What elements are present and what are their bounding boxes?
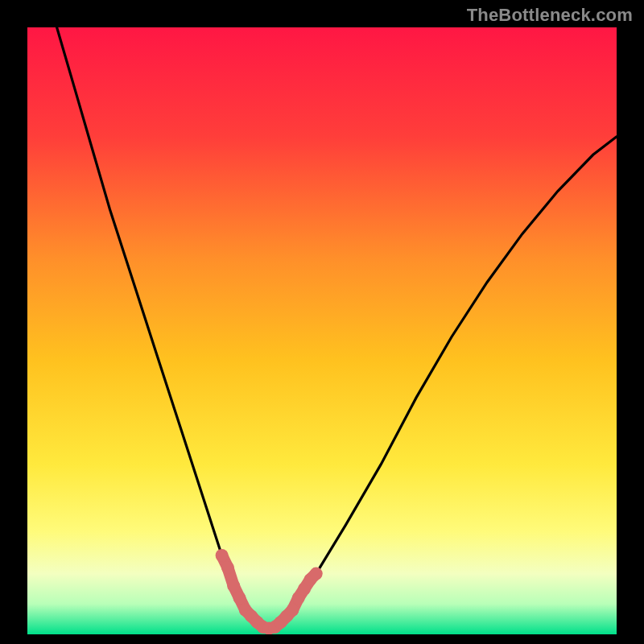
- svg-point-1: [221, 561, 234, 574]
- svg-point-3: [233, 592, 246, 605]
- chart-container: { "watermark": "TheBottleneck.com", "col…: [0, 0, 644, 644]
- frame-right: [617, 0, 644, 644]
- svg-point-16: [310, 568, 323, 580]
- chart-svg: [0, 0, 644, 644]
- svg-point-12: [286, 604, 299, 617]
- frame-left: [0, 0, 27, 644]
- svg-point-0: [216, 549, 229, 562]
- svg-point-2: [227, 580, 240, 592]
- frame-bottom: [0, 634, 644, 644]
- watermark-text: TheBottleneck.com: [467, 5, 633, 26]
- plot-gradient-background: [27, 27, 617, 634]
